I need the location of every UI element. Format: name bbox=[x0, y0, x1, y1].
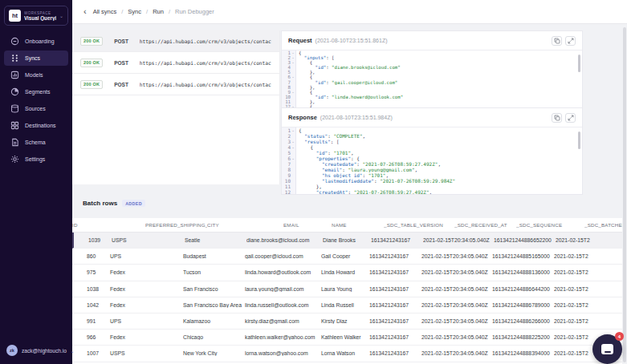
line-number: 4 bbox=[282, 144, 291, 150]
column-header: ID bbox=[72, 222, 145, 228]
sidebar-item[interactable]: Schema bbox=[4, 135, 68, 150]
table-body: 1039 USPS Seatle diane.brooks@icloud.com… bbox=[72, 233, 622, 362]
cell-name: Kirsty Diaz bbox=[321, 318, 369, 324]
request-row[interactable]: 200 OK POST https://api.hubapi.com/crm/v… bbox=[72, 74, 279, 95]
status-badge: 200 OK bbox=[80, 59, 103, 67]
code-line: 12 "createdAt": "2021-07-26T08:59:27.492… bbox=[282, 189, 582, 194]
cell-email: laura.young@gmail.com bbox=[245, 286, 321, 292]
table-row[interactable]: 860 UPS Budapest gail.cooper@icloud.com … bbox=[72, 249, 622, 265]
table-row[interactable]: 975 Fedex Tucson linda.howard@outlook.co… bbox=[72, 265, 622, 281]
breadcrumb-link[interactable]: Run Debugger bbox=[175, 8, 214, 15]
request-code-editor[interactable]: 1 - { 2 - "inputs": [ 3 - { 4 bbox=[282, 50, 582, 107]
response-panel: Response (2021-08-10T23:15:51.984Z) 1 - … bbox=[281, 108, 583, 195]
column-header: PREFERRED_SHIPPING_PROVIDER bbox=[145, 222, 207, 228]
cell-sequence: 1613421244888136000 bbox=[492, 269, 554, 275]
breadcrumb-link[interactable]: Run bbox=[153, 8, 164, 15]
batch-table: IDPREFERRED_SHIPPING_PROVIDERCITYEMAILNA… bbox=[72, 218, 622, 364]
sidebar-item[interactable]: Destinations bbox=[4, 118, 68, 133]
expand-button[interactable] bbox=[565, 36, 576, 46]
sidebar-item[interactable]: Syncs bbox=[4, 51, 68, 66]
cell-received-at: 2021-02-15T20:34:05.040Z bbox=[421, 253, 492, 259]
line-number: 6 bbox=[282, 156, 291, 161]
column-header: _SDC_BATCHED bbox=[584, 222, 622, 228]
onboarding-icon bbox=[10, 37, 19, 46]
code-line: 8 "email": "laura.young@gmail.com", bbox=[282, 167, 582, 172]
cell-name: Lorna Watson bbox=[321, 350, 369, 356]
cell-table-version: 1613421243167 bbox=[371, 237, 423, 243]
workspace-selector[interactable]: ht WORKSPACE Visual Querying D... ⌄ bbox=[4, 6, 68, 26]
cell-name: Linda Howard bbox=[321, 269, 369, 275]
code-line: 1 - { bbox=[282, 127, 582, 133]
cell-provider: USPS bbox=[110, 350, 183, 356]
cell-table-version: 1613421243167 bbox=[369, 253, 421, 259]
cell-id: 1007 bbox=[72, 350, 110, 356]
destinations-icon bbox=[10, 121, 19, 130]
chevron-down-icon: ⌄ bbox=[71, 348, 75, 354]
sidebar-nav: Onboarding Syncs Models Segments Sources bbox=[0, 30, 72, 170]
table-row[interactable]: 966 Fedex Chicago kathleen.walker@yahoo.… bbox=[72, 330, 622, 346]
cell-id: 1039 bbox=[74, 237, 112, 243]
debugger-panels: Request (2021-08-10T23:15:51.861Z) 1 - {… bbox=[281, 30, 583, 195]
column-header: _SDC_SEQUENCE bbox=[516, 222, 584, 228]
request-row[interactable]: 200 OK POST https://api.hubapi.com/crm/v… bbox=[72, 52, 279, 74]
cell-received-at: 2021-02-15T20:34:05.040Z bbox=[421, 269, 492, 275]
cell-email: linda.russell@outlook.com bbox=[245, 302, 321, 308]
code-line: 4 - { bbox=[282, 144, 582, 150]
sidebar-item[interactable]: Segments bbox=[4, 84, 68, 99]
status-badge: 200 OK bbox=[80, 80, 103, 89]
request-row[interactable]: 200 OK POST https://api.hubapi.com/crm/v… bbox=[72, 30, 279, 52]
cell-sequence: 1613421244886652200 bbox=[494, 237, 556, 243]
table-row[interactable]: 1042 Fedex San Francisco Bay Area linda.… bbox=[72, 297, 622, 313]
line-number: 11 bbox=[282, 184, 291, 189]
cell-name: Diane Brooks bbox=[323, 237, 371, 243]
breadcrumb-link[interactable]: Sync bbox=[128, 8, 141, 15]
sidebar-item[interactable]: Sources bbox=[4, 101, 68, 116]
cell-email: diane.brooks@icloud.com bbox=[246, 237, 323, 243]
batch-rows-title: Batch rows bbox=[83, 200, 117, 207]
table-row[interactable]: 1038 Fedex San Francisco laura.young@gma… bbox=[72, 281, 622, 297]
cell-batched: 2021-02-15T2 bbox=[554, 269, 622, 275]
cell-received-at: 2021-02-15T20:34:05.040Z bbox=[421, 334, 492, 340]
breadcrumb-separator: / bbox=[121, 8, 123, 15]
sidebar-item[interactable]: Onboarding bbox=[4, 34, 68, 49]
request-panel-title: Request bbox=[288, 37, 312, 44]
user-email: zack@hightouch.io bbox=[22, 348, 67, 354]
chat-widget-button[interactable]: 4 bbox=[592, 334, 622, 364]
code-scrollbar[interactable] bbox=[578, 131, 580, 149]
table-row[interactable]: 1007 USPS New York City lorna.watson@yah… bbox=[72, 346, 622, 362]
table-row[interactable]: 991 UPS Kalamazoo kirsty.diaz@gmail.com … bbox=[72, 313, 622, 330]
table-row[interactable]: 1039 USPS Seatle diane.brooks@icloud.com… bbox=[72, 233, 622, 249]
sidebar-item-label: Onboarding bbox=[25, 38, 55, 44]
sidebar-item[interactable]: Settings bbox=[4, 152, 68, 167]
chat-icon bbox=[601, 344, 613, 354]
user-menu[interactable]: zk zack@hightouch.io ⌄ bbox=[0, 338, 72, 364]
cell-table-version: 1613421243167 bbox=[369, 269, 421, 275]
page-scrollbar[interactable] bbox=[623, 27, 626, 362]
sources-icon bbox=[10, 104, 19, 113]
copy-button[interactable] bbox=[552, 113, 562, 123]
expand-icon bbox=[568, 115, 574, 121]
line-number: 1 bbox=[282, 127, 291, 133]
expand-icon bbox=[568, 38, 574, 44]
response-code-editor[interactable]: 1 - { 2 "status": "COMPLETE", 3 - "resul… bbox=[282, 127, 582, 194]
breadcrumb-separator: / bbox=[169, 8, 170, 15]
cell-email: kirsty.diaz@gmail.com bbox=[245, 318, 321, 324]
request-method: POST bbox=[114, 82, 128, 87]
copy-button[interactable] bbox=[552, 36, 562, 46]
sidebar-item[interactable]: Models bbox=[4, 67, 68, 83]
cell-city: San Francisco bbox=[183, 286, 245, 292]
line-number: 8 bbox=[282, 167, 291, 172]
back-chevron-icon[interactable]: ‹ bbox=[83, 7, 87, 16]
chat-unread-badge: 4 bbox=[615, 332, 624, 341]
expand-button[interactable] bbox=[565, 113, 576, 123]
breadcrumb-link[interactable]: All syncs bbox=[93, 8, 117, 15]
code-scrollbar[interactable] bbox=[578, 55, 580, 72]
cell-id: 1038 bbox=[72, 286, 110, 292]
cell-id: 1042 bbox=[72, 302, 110, 308]
cell-id: 991 bbox=[72, 318, 110, 324]
cell-received-at: 2021-02-15T20:34:05.040Z bbox=[421, 318, 492, 324]
code-line: 3 - "results": [ bbox=[282, 139, 582, 144]
code-line: 5 "id": "1701", bbox=[282, 150, 582, 156]
code-line: 2 "status": "COMPLETE", bbox=[282, 133, 582, 139]
response-panel-title: Response bbox=[288, 114, 317, 121]
